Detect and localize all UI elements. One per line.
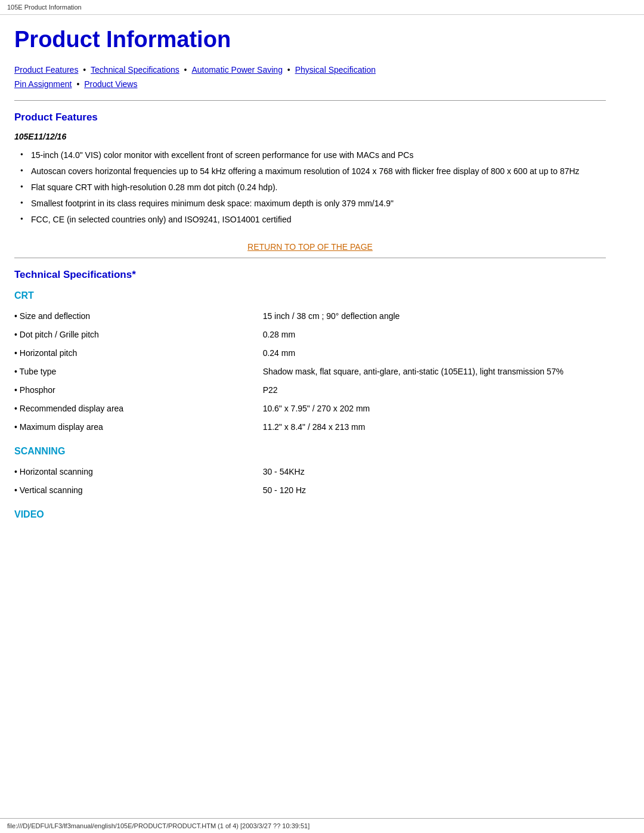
crt-row-4: Phosphor P22 [14,381,606,400]
nav-link-tech-specs[interactable]: Technical Specifications [91,65,179,75]
feature-item-4: FCC, CE (in selected countries only) and… [20,212,606,228]
scanning-row-1: Vertical scanning 50 - 120 Hz [14,481,606,500]
scanning-label-0: Horizontal scanning [14,463,263,481]
browser-title-bar: 105E Product Information [0,0,644,15]
crt-value-0: 15 inch / 38 cm ; 90° deflection angle [263,307,606,326]
nav-sep-4: • [75,79,82,89]
scanning-value-1: 50 - 120 Hz [263,481,606,500]
scanning-row-0: Horizontal scanning 30 - 54KHz [14,463,606,481]
feature-item-2: Flat square CRT with high-resolution 0.2… [20,179,606,196]
divider-1 [14,100,606,101]
product-features-section: Product Features 105E11/12/16 15-inch (1… [14,112,606,252]
model-title: 105E11/12/16 [14,132,606,141]
divider-2 [14,258,606,258]
crt-value-5: 10.6" x 7.95" / 270 x 202 mm [263,400,606,418]
crt-label-2: Horizontal pitch [14,344,263,363]
scanning-table: Horizontal scanning 30 - 54KHz Vertical … [14,463,606,500]
tech-specs-section: Technical Specifications* CRT Size and d… [14,269,606,520]
crt-label-3: Tube type [14,363,263,381]
feature-item-1: Autoscan covers horizontal frequencies u… [20,163,606,179]
crt-label-0: Size and deflection [14,307,263,326]
crt-row-0: Size and deflection 15 inch / 38 cm ; 90… [14,307,606,326]
nav-sep-2: • [182,65,190,75]
nav-link-auto-power[interactable]: Automatic Power Saving [191,65,283,75]
crt-table: Size and deflection 15 inch / 38 cm ; 90… [14,307,606,436]
nav-sep-1: • [80,65,88,75]
crt-value-2: 0.24 mm [263,344,606,363]
crt-value-1: 0.28 mm [263,326,606,344]
crt-row-2: Horizontal pitch 0.24 mm [14,344,606,363]
nav-link-views[interactable]: Product Views [84,79,137,89]
nav-link-product-features[interactable]: Product Features [14,65,78,75]
crt-row-6: Maximum display area 11.2" x 8.4" / 284 … [14,418,606,436]
feature-item-0: 15-inch (14.0" VIS) color monitor with e… [20,147,606,163]
return-to-top-link[interactable]: RETURN TO TOP OF THE PAGE [247,242,373,252]
scanning-label-1: Vertical scanning [14,481,263,500]
crt-label-5: Recommended display area [14,400,263,418]
browser-title: 105E Product Information [7,4,82,11]
crt-heading: CRT [14,290,606,301]
return-link-container: RETURN TO TOP OF THE PAGE [14,242,606,252]
video-heading: VIDEO [14,509,606,520]
scanning-value-0: 30 - 54KHz [263,463,606,481]
crt-value-3: Shadow mask, flat square, anti-glare, an… [263,363,606,381]
nav-link-physical[interactable]: Physical Specification [295,65,376,75]
main-content: Product Information Product Features • T… [0,15,620,550]
page-title: Product Information [14,27,606,52]
feature-item-3: Smallest footprint in its class requires… [20,196,606,212]
crt-value-6: 11.2" x 8.4" / 284 x 213 mm [263,418,606,436]
nav-link-pin[interactable]: Pin Assignment [14,79,72,89]
crt-row-1: Dot pitch / Grille pitch 0.28 mm [14,326,606,344]
crt-label-4: Phosphor [14,381,263,400]
crt-row-5: Recommended display area 10.6" x 7.95" /… [14,400,606,418]
crt-row-3: Tube type Shadow mask, flat square, anti… [14,363,606,381]
crt-label-1: Dot pitch / Grille pitch [14,326,263,344]
crt-label-6: Maximum display area [14,418,263,436]
product-features-heading: Product Features [14,112,606,123]
nav-links: Product Features • Technical Specificati… [14,63,606,92]
tech-specs-heading: Technical Specifications* [14,269,606,281]
feature-list: 15-inch (14.0" VIS) color monitor with e… [14,147,606,228]
scanning-heading: SCANNING [14,446,606,457]
nav-sep-3: • [285,65,293,75]
crt-value-4: P22 [263,381,606,400]
